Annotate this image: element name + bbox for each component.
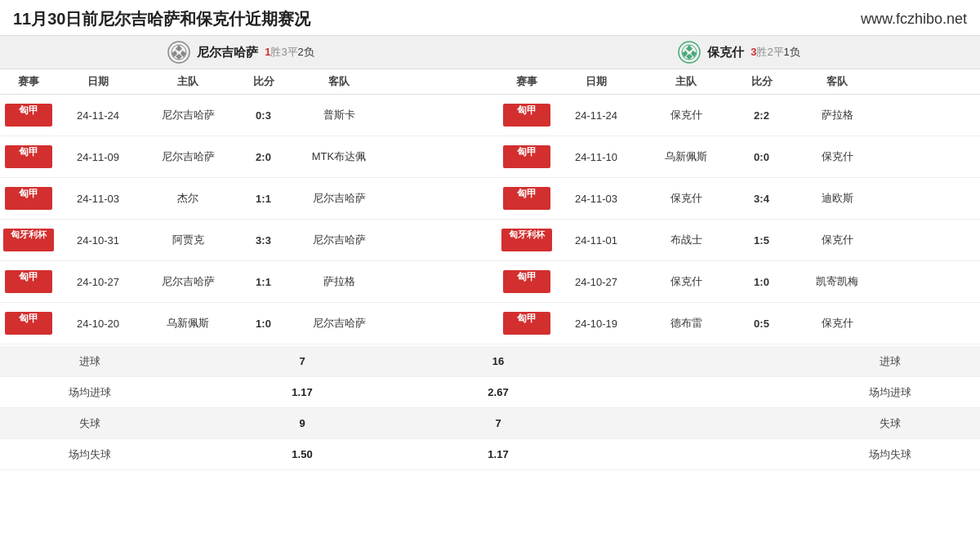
cell-home-right: 乌新佩斯 bbox=[637, 136, 735, 177]
cell-date-left: 24-10-31 bbox=[57, 220, 139, 260]
cell-score-right: 1:5 bbox=[735, 220, 788, 260]
cell-away-right: 迪欧斯 bbox=[788, 178, 886, 219]
stats-label-right-1: 场均进球 bbox=[800, 377, 980, 407]
column-headers: 赛事 日期 主队 比分 客队 赛事 日期 主队 比分 客队 bbox=[0, 69, 980, 95]
cell-home-left: 尼尔吉哈萨 bbox=[139, 136, 237, 177]
svg-marker-2 bbox=[176, 45, 182, 51]
cell-event-right: 匈甲 bbox=[498, 136, 555, 177]
event-badge-left: 匈甲 bbox=[5, 187, 52, 210]
event-badge-left: 匈甲 bbox=[5, 270, 52, 293]
right-team-icon bbox=[678, 41, 701, 64]
cell-home-right: 德布雷 bbox=[637, 303, 735, 344]
right-team-record: 3胜2平1负 bbox=[751, 45, 800, 60]
event-badge-right: 匈甲 bbox=[503, 145, 550, 168]
stats-spacer-0 bbox=[555, 346, 800, 376]
cell-away-right: 凯寄凯梅 bbox=[788, 261, 886, 302]
cell-event-right: 匈甲 bbox=[498, 261, 555, 302]
stats-row: 失球 9 7 失球 bbox=[0, 408, 980, 439]
stats-divider-1 bbox=[425, 377, 441, 407]
table-row: 匈甲 24-11-09尼尔吉哈萨2:0MTK布达佩 匈甲 24-11-10乌新佩… bbox=[0, 136, 980, 178]
stats-label-right-3: 场均失球 bbox=[800, 439, 980, 469]
cell-home-right: 布战士 bbox=[637, 220, 735, 260]
cell-score-left: 1:1 bbox=[237, 178, 290, 219]
svg-marker-8 bbox=[686, 45, 693, 51]
right-record-label1: 胜 bbox=[756, 46, 767, 58]
row-divider bbox=[482, 303, 498, 344]
table-row: 匈甲 24-10-27尼尔吉哈萨1:1萨拉格 匈甲 24-10-27保克什1:0… bbox=[0, 261, 980, 303]
stats-label-left-2: 失球 bbox=[0, 408, 180, 438]
stats-label-right-0: 进球 bbox=[800, 346, 980, 376]
event-badge-right: 匈甲 bbox=[503, 312, 550, 335]
col-header-score-right: 比分 bbox=[735, 69, 788, 94]
cell-event-right: 匈牙利杯 bbox=[498, 220, 555, 260]
left-team-icon bbox=[167, 41, 190, 64]
stats-divider-2 bbox=[425, 408, 441, 438]
col-header-event-left: 赛事 bbox=[0, 69, 57, 94]
event-badge-left: 匈甲 bbox=[5, 104, 52, 127]
right-record-lose: 1负 bbox=[784, 46, 800, 58]
cell-date-left: 24-11-09 bbox=[57, 136, 139, 177]
stats-row: 场均进球 1.17 2.67 场均进球 bbox=[0, 377, 980, 408]
data-rows-container: 匈甲 24-11-24尼尔吉哈萨0:3普斯卡 匈甲 24-11-24保克什2:2… bbox=[0, 95, 980, 344]
cell-away-left: MTK布达佩 bbox=[290, 136, 388, 177]
stats-value-left-1: 1.17 bbox=[180, 377, 425, 407]
website-url: www.fczhibo.net bbox=[861, 11, 967, 28]
cell-date-right: 24-10-19 bbox=[555, 303, 637, 344]
right-team-name: 保克什 bbox=[707, 45, 744, 60]
row-divider bbox=[482, 261, 498, 302]
row-divider bbox=[482, 95, 498, 136]
stats-section: 进球 7 16 进球 场均进球 1.17 2.67 场均进球 失球 9 7 失球… bbox=[0, 346, 980, 470]
cell-away-left: 萨拉格 bbox=[290, 261, 388, 302]
page-title: 11月30日前尼尔吉哈萨和保克什近期赛况 bbox=[13, 8, 311, 30]
cell-away-left: 尼尔吉哈萨 bbox=[290, 178, 388, 219]
col-header-away-right: 客队 bbox=[788, 69, 886, 94]
left-record-label2: 平 bbox=[287, 46, 298, 58]
cell-away-right: 保克什 bbox=[788, 136, 886, 177]
col-header-event-right: 赛事 bbox=[498, 69, 555, 94]
cell-score-left: 2:0 bbox=[237, 136, 290, 177]
col-header-away-left: 客队 bbox=[290, 69, 388, 94]
cell-event-left: 匈甲 bbox=[0, 178, 57, 219]
teams-header: 尼尔吉哈萨 1胜3平2负 保克什 3胜2平1负 bbox=[0, 35, 980, 69]
left-col-headers: 赛事 日期 主队 比分 客队 bbox=[0, 69, 482, 94]
cell-score-left: 3:3 bbox=[237, 220, 290, 260]
cell-event-left: 匈甲 bbox=[0, 136, 57, 177]
cell-home-right: 保克什 bbox=[637, 261, 735, 302]
stats-label-left-0: 进球 bbox=[0, 346, 180, 376]
cell-event-left: 匈甲 bbox=[0, 261, 57, 302]
cell-home-left: 阿贾克 bbox=[139, 220, 237, 260]
stats-value-mid-1: 2.67 bbox=[441, 377, 555, 407]
row-divider bbox=[482, 220, 498, 260]
stats-spacer-1 bbox=[555, 377, 800, 407]
stats-label-left-3: 场均失球 bbox=[0, 439, 180, 469]
event-badge-left: 匈甲 bbox=[5, 312, 52, 335]
cell-date-right: 24-11-24 bbox=[555, 95, 637, 136]
cell-home-left: 尼尔吉哈萨 bbox=[139, 95, 237, 136]
left-team-record: 1胜3平2负 bbox=[265, 45, 314, 60]
left-record-lose: 2负 bbox=[298, 46, 314, 58]
cell-away-left: 尼尔吉哈萨 bbox=[290, 303, 388, 344]
stats-label-right-2: 失球 bbox=[800, 408, 980, 438]
cell-date-left: 24-11-03 bbox=[57, 178, 139, 219]
cell-away-right: 保克什 bbox=[788, 220, 886, 260]
stats-value-left-2: 9 bbox=[180, 408, 425, 438]
stats-row: 场均失球 1.50 1.17 场均失球 bbox=[0, 439, 980, 470]
cell-home-left: 乌新佩斯 bbox=[139, 303, 237, 344]
stats-spacer-3 bbox=[555, 439, 800, 469]
cell-event-left: 匈牙利杯 bbox=[0, 220, 57, 260]
event-badge-right: 匈甲 bbox=[503, 270, 550, 293]
left-record-label1: 胜 bbox=[270, 46, 281, 58]
cell-score-right: 2:2 bbox=[735, 95, 788, 136]
event-badge-right: 匈甲 bbox=[503, 104, 550, 127]
cell-away-right: 萨拉格 bbox=[788, 95, 886, 136]
left-record-draw: 3 bbox=[281, 46, 287, 58]
cell-event-right: 匈甲 bbox=[498, 178, 555, 219]
stats-divider-3 bbox=[425, 439, 441, 469]
stats-value-left-3: 1.50 bbox=[180, 439, 425, 469]
cell-date-right: 24-11-03 bbox=[555, 178, 637, 219]
cell-home-right: 保克什 bbox=[637, 95, 735, 136]
svg-marker-11 bbox=[686, 54, 693, 60]
col-header-home-right: 主队 bbox=[637, 69, 735, 94]
event-badge-left: 匈甲 bbox=[5, 145, 52, 168]
cell-event-right: 匈甲 bbox=[498, 303, 555, 344]
